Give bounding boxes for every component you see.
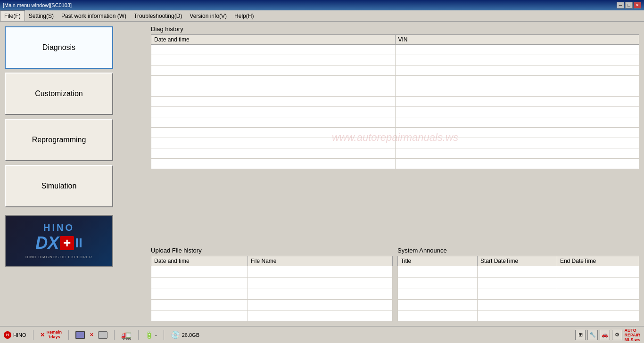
title-bar-controls: ─ □ ✕ <box>617 2 641 8</box>
table-row <box>151 128 639 138</box>
table-row <box>151 107 639 117</box>
diagnosis-button[interactable]: Diagnosis <box>5 26 113 69</box>
x-icon-2: ✕ <box>90 332 93 337</box>
separator-label: - <box>155 332 157 338</box>
status-divider-3 <box>114 330 115 340</box>
diag-col-vin: VIN <box>395 35 639 45</box>
tool-button-4[interactable]: ⚙ <box>612 330 622 340</box>
status-hino: H HINO <box>4 331 26 339</box>
autorepair-logo: AUTOREPAIRMLS.ws <box>624 328 640 342</box>
status-divider-2 <box>68 330 69 340</box>
table-row <box>398 277 639 288</box>
monitor-icon <box>75 331 85 339</box>
diag-history-label: Diag history <box>151 25 639 33</box>
hino-icon: H <box>4 331 11 339</box>
table-row <box>398 299 639 310</box>
announce-col-title: Title <box>398 256 478 266</box>
table-row <box>151 288 393 300</box>
status-remain: ✕ Remain 1days <box>40 330 62 340</box>
tool-button-2[interactable]: 🔧 <box>587 330 598 340</box>
menu-troubleshooting[interactable]: Troubleshooting(D) <box>130 10 186 21</box>
truck-icon: 🚛 <box>121 330 132 340</box>
table-row <box>398 310 639 322</box>
autorepair-text: AUTOREPAIRMLS.ws <box>624 328 640 342</box>
right-panel: Diag history Date and time VIN <box>146 22 644 326</box>
table-row <box>398 266 639 278</box>
table-row <box>151 148 639 159</box>
status-disk <box>98 331 107 339</box>
tool-button-3[interactable]: 🚗 <box>600 330 610 340</box>
upload-col-filename: File Name <box>248 256 392 266</box>
table-row <box>151 277 393 288</box>
system-announce-table: Title Start DateTime End DateTime <box>397 256 639 322</box>
announce-col-start: Start DateTime <box>477 256 557 266</box>
logo-dxii: DX + II <box>35 233 83 253</box>
storage-size: 26.0GB <box>182 332 199 338</box>
logo-subtitle: HINO DIAGNOSTIC EXPLORER <box>25 255 92 259</box>
simulation-button[interactable]: Simulation <box>5 165 113 207</box>
system-announce-label: System Announce <box>397 247 639 254</box>
diag-table-body <box>151 45 639 169</box>
hino-brand-text: HINO <box>43 222 74 233</box>
table-row <box>151 97 639 107</box>
upload-table-body <box>151 266 393 322</box>
diag-col-datetime: Date and time <box>151 35 396 45</box>
remain-days: 1days <box>48 335 60 340</box>
table-row <box>151 65 639 76</box>
bottom-sections: Upload File history Date and time File N… <box>151 247 639 322</box>
table-row <box>151 76 639 86</box>
right-status-area: ⊞ 🔧 🚗 ⚙ AUTOREPAIRMLS.ws <box>575 328 640 342</box>
upload-history-label: Upload File history <box>151 247 393 254</box>
status-bar: H HINO ✕ Remain 1days ✕ 🚛 🔋 - 💿 26.0GB ⊞… <box>0 326 644 343</box>
status-pc <box>75 331 85 339</box>
main-content: Diagnosis Customization Reprogramming Si… <box>0 22 644 326</box>
customization-button[interactable]: Customization <box>5 73 113 115</box>
status-storage: 💿 26.0GB <box>171 330 199 339</box>
maximize-button[interactable]: □ <box>625 2 633 8</box>
diag-history-section: Diag history Date and time VIN <box>151 25 639 243</box>
table-row <box>151 310 393 322</box>
upload-history-section: Upload File history Date and time File N… <box>151 247 393 322</box>
menu-help[interactable]: Help(H) <box>231 10 257 21</box>
storage-disk-icon: 💿 <box>171 330 180 339</box>
window-title: [Main menu window][SC0103] <box>3 2 72 8</box>
table-row <box>151 117 639 128</box>
status-battery: 🔋 - <box>145 331 157 339</box>
announce-col-end: End DateTime <box>557 256 639 266</box>
table-row <box>151 55 639 65</box>
menu-version-info[interactable]: Version info(V) <box>186 10 231 21</box>
table-row <box>151 45 639 55</box>
upload-history-table: Date and time File Name <box>151 256 393 322</box>
tool-button-1[interactable]: ⊞ <box>575 330 586 340</box>
reprogramming-button[interactable]: Reprogramming <box>5 119 113 161</box>
status-divider-5 <box>164 330 164 340</box>
battery-icon: 🔋 <box>145 331 153 339</box>
menu-bar: File(F) Setting(S) Past work information… <box>0 10 644 22</box>
menu-file[interactable]: File(F) <box>0 10 25 21</box>
minimize-button[interactable]: ─ <box>617 2 624 8</box>
table-row <box>151 299 393 310</box>
status-divider-4 <box>138 330 139 340</box>
left-panel: Diagnosis Customization Reprogramming Si… <box>0 22 146 326</box>
announce-table-body <box>398 266 639 322</box>
hino-label: HINO <box>13 332 26 338</box>
menu-setting[interactable]: Setting(S) <box>25 10 58 21</box>
table-row <box>151 138 639 148</box>
table-row <box>151 86 639 97</box>
logo-dx: DX <box>35 233 59 253</box>
logo-ii: II <box>75 236 83 251</box>
disk-icon <box>98 331 107 339</box>
close-button[interactable]: ✕ <box>634 2 641 8</box>
table-row <box>151 159 639 169</box>
status-divider-1 <box>33 330 33 340</box>
x-icon: ✕ <box>40 332 45 338</box>
menu-past-work[interactable]: Past work information (W) <box>58 10 130 21</box>
hino-logo: HINO DX + II HINO DIAGNOSTIC EXPLORER <box>5 215 113 267</box>
title-bar: [Main menu window][SC0103] ─ □ ✕ <box>0 0 644 10</box>
status-truck: 🚛 <box>121 330 132 340</box>
system-announce-section: System Announce Title Start DateTime End… <box>397 247 639 322</box>
upload-col-datetime: Date and time <box>151 256 248 266</box>
logo-cross-icon: + <box>60 236 74 250</box>
table-row <box>398 288 639 300</box>
table-row <box>151 266 393 278</box>
